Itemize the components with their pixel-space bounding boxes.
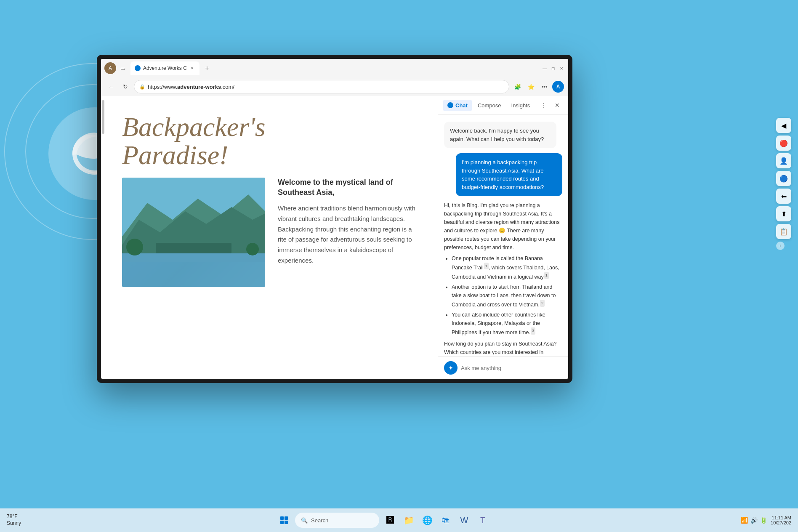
copilot-send-btn[interactable]: ✦ bbox=[444, 361, 458, 375]
copilot-right-icon-7[interactable]: 📋 bbox=[776, 224, 791, 239]
nav-right-icons: 🧩 ⭐ ••• A bbox=[512, 81, 564, 93]
copilot-input-field[interactable] bbox=[461, 361, 562, 375]
copilot-compose-label: Compose bbox=[478, 102, 501, 109]
wifi-icon[interactable]: 📶 bbox=[741, 517, 748, 524]
user-message: I'm planning a backpacking trip through … bbox=[456, 153, 562, 196]
footnote-3: 2 bbox=[540, 300, 545, 306]
taskbar-center: 🔍 Search 🅱 📁 🌐 🛍 W T bbox=[26, 513, 741, 528]
weather-condition: Sunny bbox=[7, 520, 21, 527]
taskbar-search[interactable]: 🔍 Search bbox=[295, 513, 379, 528]
taskbar: 78°F Sunny 🔍 Search 🅱 📁 🌐 🛍 W T bbox=[0, 508, 798, 532]
copilot-right-icon-5[interactable]: ⬅ bbox=[776, 189, 791, 204]
browser-window-controls: — ◻ ✕ bbox=[541, 65, 565, 72]
svg-point-5 bbox=[126, 239, 143, 255]
bot-welcome-message: Welcome back. I'm happy to see you again… bbox=[444, 122, 556, 148]
bot-welcome-text: Welcome back. I'm happy to see you again… bbox=[450, 128, 544, 142]
taskbar-weather[interactable]: 78°F Sunny bbox=[7, 513, 21, 527]
scroll-thumb bbox=[102, 100, 104, 134]
browser-tabs-area: ▭ Adventure Works C ✕ + bbox=[119, 61, 541, 75]
copilot-close-btn[interactable]: ✕ bbox=[551, 99, 563, 111]
svg-rect-4 bbox=[156, 243, 231, 253]
svg-point-6 bbox=[246, 243, 259, 255]
copilot-input-area: ✦ bbox=[438, 356, 568, 379]
webpage-title-line1: Backpacker's bbox=[122, 112, 266, 142]
taskbar-word-icon[interactable]: W bbox=[457, 513, 472, 528]
win-maximize-btn[interactable]: ◻ bbox=[550, 65, 556, 72]
tab-favicon bbox=[135, 65, 141, 71]
lock-icon: 🔒 bbox=[139, 84, 145, 90]
webpage-title: Backpacker's Paradise! bbox=[122, 113, 421, 169]
bot-route-list: One popular route is called the Banana P… bbox=[444, 254, 562, 337]
win-close-btn[interactable]: ✕ bbox=[558, 65, 565, 72]
bot-long-response: Hi, this is Bing. I'm glad you're planni… bbox=[444, 201, 562, 356]
address-domain: adventure-works bbox=[177, 84, 221, 90]
copilot-chat-icon bbox=[447, 102, 453, 108]
copilot-chat-label: Chat bbox=[455, 102, 468, 109]
copilot-tab-insights[interactable]: Insights bbox=[507, 100, 535, 111]
browser-avatar[interactable]: A bbox=[104, 62, 116, 74]
expand-toggle[interactable]: + bbox=[776, 242, 785, 250]
taskbar-bing-icon[interactable]: 🅱 bbox=[383, 513, 398, 528]
win-grid-cell-4 bbox=[285, 521, 288, 524]
taskbar-files-icon[interactable]: 📁 bbox=[401, 513, 416, 528]
copilot-tab-chat[interactable]: Chat bbox=[443, 100, 472, 111]
webpage-title-section: Backpacker's Paradise! bbox=[105, 96, 438, 178]
win-minimize-btn[interactable]: — bbox=[541, 65, 548, 72]
copilot-tab-compose[interactable]: Compose bbox=[473, 100, 505, 111]
copilot-chat-area[interactable]: Welcome back. I'm happy to see you again… bbox=[438, 115, 568, 356]
start-button[interactable] bbox=[277, 513, 292, 528]
weather-temp: 78°F bbox=[7, 513, 21, 520]
sys-tray-icons: 📶 🔊 🔋 bbox=[741, 517, 767, 524]
tab-title: Adventure Works C bbox=[143, 65, 187, 71]
copilot-right-icon-2[interactable]: 🔴 bbox=[776, 136, 791, 151]
copilot-insights-label: Insights bbox=[511, 102, 530, 109]
browser-back-btn[interactable]: ← bbox=[105, 81, 117, 93]
win-grid-cell-1 bbox=[280, 516, 284, 520]
user-message-text: I'm planning a backpacking trip through … bbox=[462, 159, 544, 190]
copilot-right-icon-4[interactable]: 🔵 bbox=[776, 171, 791, 186]
webpage-text-section: Welcome to the mystical land of Southeas… bbox=[278, 178, 421, 287]
browser-chrome: A ▭ Adventure Works C ✕ + — ◻ ✕ bbox=[101, 59, 568, 96]
volume-icon[interactable]: 🔊 bbox=[750, 517, 758, 524]
search-icon: 🔍 bbox=[301, 517, 308, 524]
more-btn[interactable]: ••• bbox=[539, 81, 551, 93]
webpage-hero-image bbox=[122, 178, 265, 287]
copilot-right-icon-1[interactable]: ◀ bbox=[776, 118, 791, 133]
bot-response-intro: Hi, this is Bing. I'm glad you're planni… bbox=[444, 201, 562, 252]
copilot-right-icon-3[interactable]: 👤 bbox=[776, 153, 791, 168]
bot-bullet-3: You can also include other countries lik… bbox=[452, 311, 562, 337]
battery-icon[interactable]: 🔋 bbox=[760, 517, 767, 524]
footnote-1: 1 bbox=[484, 263, 489, 269]
taskbar-teams-icon[interactable]: T bbox=[475, 513, 490, 528]
copilot-right-icon-6[interactable]: ⬆ bbox=[776, 206, 791, 221]
copilot-sidebar: Chat Compose Insights ⋮ ✕ We bbox=[438, 96, 568, 379]
right-side-icons: ◀ 🔴 👤 🔵 ⬅ ⬆ 📋 + bbox=[776, 118, 791, 250]
webpage-subtitle: Welcome to the mystical land of Southeas… bbox=[278, 178, 421, 197]
laptop-frame: A ▭ Adventure Works C ✕ + — ◻ ✕ bbox=[97, 55, 572, 383]
extensions-btn[interactable]: 🧩 bbox=[512, 81, 524, 93]
bot-question-text: How long do you plan to stay in Southeas… bbox=[444, 340, 562, 356]
webpage-content: Backpacker's Paradise! bbox=[101, 96, 438, 379]
address-rest: .com/ bbox=[221, 84, 234, 90]
bot-bullet-1: One popular route is called the Banana P… bbox=[452, 254, 562, 281]
copilot-more-btn[interactable]: ⋮ bbox=[538, 99, 550, 111]
win-grid-cell-2 bbox=[285, 516, 288, 520]
hero-image-svg bbox=[122, 178, 265, 287]
browser-tab-active[interactable]: Adventure Works C ✕ bbox=[130, 61, 200, 75]
svg-rect-3 bbox=[122, 253, 265, 287]
copilot-header: Chat Compose Insights ⋮ ✕ bbox=[438, 96, 568, 115]
tab-manager-icon[interactable]: ▭ bbox=[119, 64, 127, 72]
taskbar-store-icon[interactable]: 🛍 bbox=[438, 513, 453, 528]
tab-close-btn[interactable]: ✕ bbox=[189, 65, 195, 71]
webpage-body-section: Welcome to the mystical land of Southeas… bbox=[105, 178, 438, 287]
address-text: https://www.adventure-works.com/ bbox=[148, 84, 504, 90]
taskbar-edge-icon[interactable]: 🌐 bbox=[420, 513, 435, 528]
favorites-btn[interactable]: ⭐ bbox=[525, 81, 537, 93]
send-icon: ✦ bbox=[448, 364, 453, 371]
taskbar-left: 78°F Sunny bbox=[7, 513, 26, 527]
browser-refresh-btn[interactable]: ↻ bbox=[120, 81, 131, 93]
taskbar-clock[interactable]: 11:11 AM 10/27/202 bbox=[771, 515, 791, 525]
profile-btn[interactable]: A bbox=[552, 81, 564, 93]
address-bar[interactable]: 🔒 https://www.adventure-works.com/ bbox=[134, 80, 509, 93]
tab-add-btn[interactable]: + bbox=[201, 62, 213, 74]
